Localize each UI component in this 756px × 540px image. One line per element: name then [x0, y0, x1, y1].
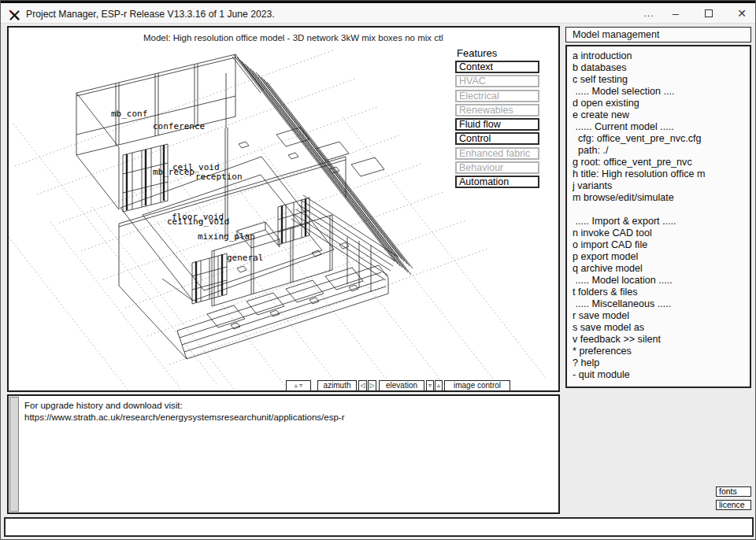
feature-button-renewables: Renewables [455, 104, 539, 117]
zone-label: ceiling_void [167, 216, 229, 227]
licence-button[interactable]: licence [716, 500, 751, 510]
menu-item[interactable]: v feedback >> silent [573, 334, 750, 346]
window-maximize-button[interactable] [695, 5, 722, 22]
x11-app-icon [9, 9, 20, 21]
menu-info-line: ..... Import & export ..... [573, 216, 750, 227]
menu-item[interactable]: b databases [573, 62, 750, 74]
window-title: Project Manager, ESP-r Release V13.3.16 … [26, 9, 275, 20]
zone-label: mixing_plan [198, 231, 255, 242]
model-management-header: Model management [565, 27, 751, 43]
menu-item[interactable]: * preferences [573, 346, 750, 357]
app-window: Project Manager, ESP-r Release V13.3.16 … [0, 0, 756, 540]
elevation-down-button[interactable]: ▿ [426, 380, 434, 391]
menu-item[interactable]: c self testing [573, 74, 750, 86]
elevation-button[interactable]: elevation [379, 380, 424, 391]
features-panel: Features ContextHVACElectricalRenewables… [455, 47, 542, 190]
menu-item[interactable]: p export model [573, 251, 750, 263]
maximize-icon [705, 9, 713, 17]
menu-info-line: ..... Model location ..... [573, 275, 750, 287]
feedback-area: For upgrade history and download visit:h… [7, 394, 560, 514]
feature-button-fluid-flow[interactable]: Fluid flow [455, 118, 539, 131]
window-minimize-button[interactable]: – [662, 5, 689, 22]
zone-label: general [227, 253, 263, 263]
menu-item[interactable]: g root: office_vent_pre_nvc [573, 157, 750, 168]
zone-label: conference [153, 121, 205, 131]
menu-info-line: ...... Current model ..... [573, 121, 750, 133]
fonts-button[interactable]: fonts [716, 486, 751, 497]
menu-item[interactable]: o import CAD file [573, 239, 750, 251]
zone-label: reception [195, 172, 243, 182]
menu-item[interactable]: t folders & files [573, 287, 750, 298]
image-control-button[interactable]: image control [444, 380, 510, 391]
menu-item[interactable]: d open existing [573, 98, 750, 109]
feature-button-behaviour: Behaviour [455, 161, 539, 174]
azimuth-button[interactable]: azimuth [317, 380, 357, 391]
menu-item[interactable]: m browse/edit/simulate [573, 192, 750, 204]
pitch-buttons[interactable]: ▵ ▿ [286, 380, 311, 391]
elevation-up-button[interactable]: ▵ [435, 380, 443, 391]
feedback-line: https://www.strath.ac.uk/research/energy… [24, 412, 345, 423]
menu-info-line: ..... Model selection .... [573, 86, 750, 98]
menu-item[interactable]: s save model as [573, 322, 750, 334]
menu-item[interactable]: r save model [573, 310, 750, 322]
feature-button-automation[interactable]: Automation [455, 176, 539, 188]
zone-label: mb_conf [111, 109, 147, 119]
zone-labels: mb_confconferenceceil_voidmb_receprecept… [111, 109, 263, 263]
title-bar: Project Manager, ESP-r Release V13.3.16 … [1, 3, 756, 24]
window-more-button[interactable]: ... [636, 5, 662, 22]
menu-item[interactable]: e create new [573, 109, 750, 121]
feature-button-control[interactable]: Control [455, 132, 539, 145]
zone-label: mb_recep [153, 167, 195, 177]
menu-item[interactable]: a introduction [573, 50, 750, 62]
window-close-button[interactable]: ✕ [728, 5, 755, 22]
menu-info-line [573, 204, 750, 216]
menu-info-line: cfg: office_vent_pre_nvc.cfg [573, 133, 750, 145]
menu-item[interactable]: ? help [573, 357, 750, 369]
menu-info-line: path: ./ [573, 145, 750, 157]
rotate-right-button[interactable]: ▷ [368, 380, 376, 391]
model-management-menu: a introductionb databasesc self testing … [565, 45, 751, 388]
feedback-line: For upgrade history and download visit: [24, 400, 345, 412]
menu-item[interactable]: h title: High resolution office m [573, 168, 750, 180]
model-graphics-canvas: mb_confconferenceceil_voidmb_receprecept… [7, 26, 560, 392]
feedback-text: For upgrade history and download visit:h… [24, 400, 345, 423]
feature-button-electrical: Electrical [455, 90, 539, 102]
menu-item[interactable]: - quit module [573, 369, 750, 381]
building-wireframe [76, 54, 413, 359]
feature-button-enhanced-fabric: Enhanced fabric [455, 147, 539, 160]
menu-item[interactable]: n invoke CAD tool [573, 227, 750, 239]
menu-item[interactable]: j variants [573, 180, 750, 192]
feedback-scrollbar[interactable] [9, 397, 19, 512]
feature-button-context[interactable]: Context [455, 61, 539, 73]
rotate-left-button[interactable]: ◁ [358, 380, 367, 391]
menu-item[interactable]: q archive model [573, 263, 750, 275]
features-title: Features [457, 47, 542, 59]
feature-button-hvac: HVAC [455, 75, 539, 87]
menu-info-line: ..... Miscellaneous ..... [573, 298, 750, 310]
model-caption: Model: High resolution office model - 3D… [143, 33, 443, 43]
status-bar [4, 517, 754, 537]
